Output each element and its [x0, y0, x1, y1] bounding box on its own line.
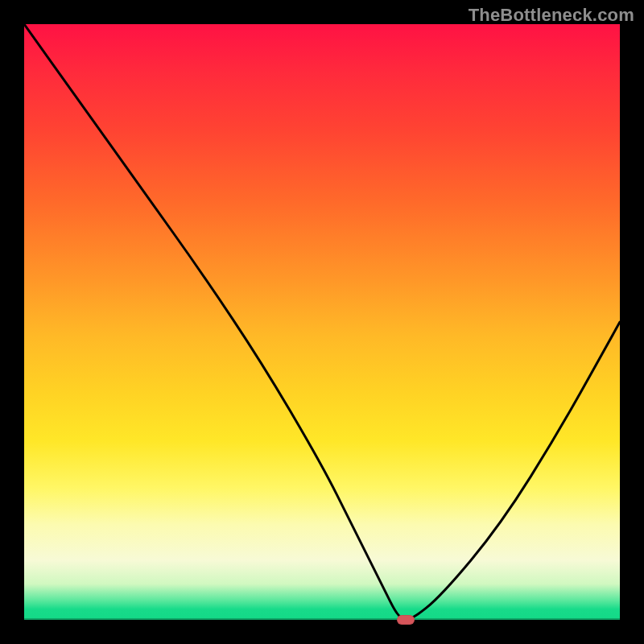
- plot-area: [24, 24, 620, 620]
- optimal-point-marker: [397, 615, 415, 625]
- chart-container: TheBottleneck.com: [0, 0, 644, 644]
- bottleneck-curve: [24, 24, 620, 620]
- x-axis-baseline: [24, 618, 620, 620]
- watermark-text: TheBottleneck.com: [469, 5, 634, 26]
